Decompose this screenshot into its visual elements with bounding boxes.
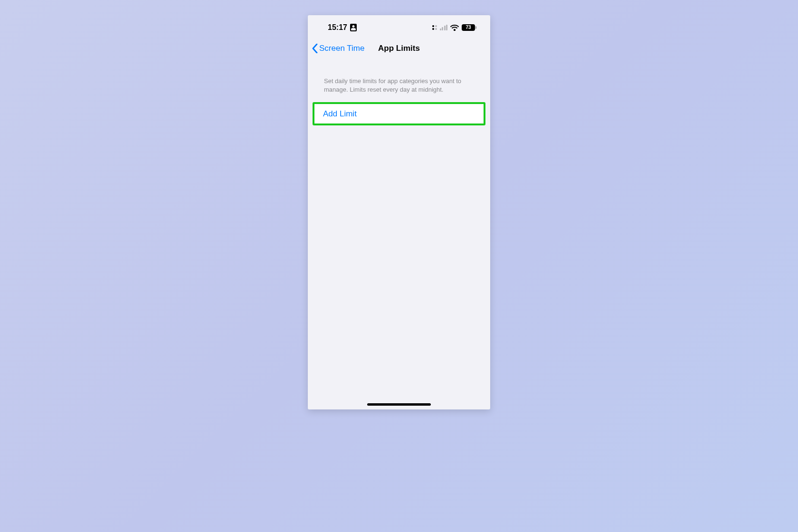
add-limit-label: Add Limit [323, 109, 357, 119]
battery-level: 73 [466, 25, 471, 30]
dual-sim-icon [432, 25, 437, 30]
status-right: 73 [432, 24, 475, 31]
content-area: Set daily time limits for app categories… [308, 59, 490, 125]
description-text: Set daily time limits for app categories… [308, 59, 490, 99]
add-limit-button[interactable]: Add Limit [313, 102, 485, 125]
status-time: 15:17 [328, 23, 347, 32]
battery-icon: 73 [462, 24, 475, 31]
cellular-signal-icon [440, 25, 448, 30]
home-indicator[interactable] [367, 403, 431, 406]
navigation-bar: Screen Time App Limits [308, 38, 490, 59]
back-label: Screen Time [319, 44, 364, 53]
status-left: 15:17 [328, 23, 357, 32]
back-button[interactable]: Screen Time [308, 44, 364, 53]
phone-screen: 15:17 73 Screen T [308, 15, 490, 409]
chevron-left-icon [312, 44, 318, 53]
status-bar: 15:17 73 [308, 17, 490, 38]
contact-card-icon [350, 24, 357, 31]
wifi-icon [450, 25, 459, 31]
